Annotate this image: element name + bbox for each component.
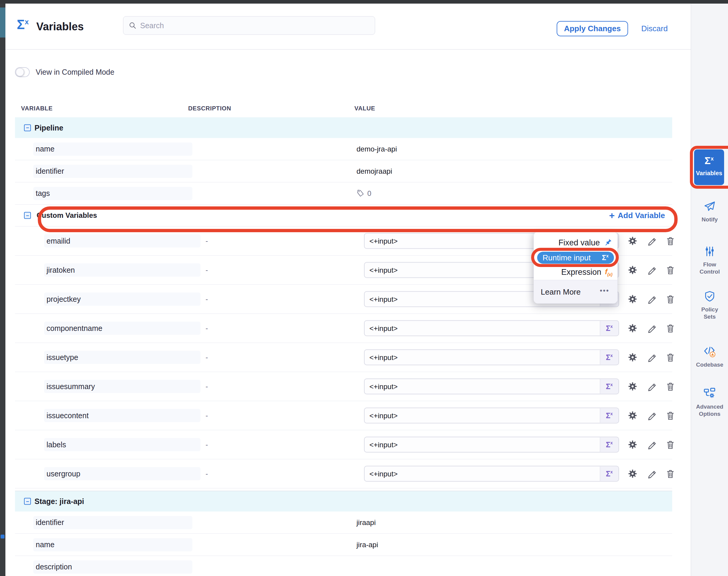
runtime-input-icon: Σx [606,440,613,449]
delete-icon[interactable] [665,381,675,392]
input-type-selector[interactable]: Σx [600,321,618,336]
edit-icon[interactable] [647,294,657,304]
discard-button[interactable]: Discard [641,24,668,33]
add-variable-button[interactable]: + Add Variable [609,210,665,220]
delete-icon[interactable] [665,294,675,304]
runtime-input-icon: Σx [606,469,613,478]
input-type-selector[interactable]: Σx [600,437,618,452]
value-input[interactable]: <+input> Σx [364,349,619,366]
settings-icon[interactable] [627,352,638,363]
sidebar-item-policy-sets[interactable]: PolicySets [691,290,728,320]
settings-icon[interactable] [627,410,638,421]
settings-icon[interactable] [627,469,638,479]
sidebar-item-codebase[interactable]: Codebase [691,345,728,368]
edit-icon[interactable] [647,352,657,363]
sliders-icon [704,246,716,257]
sidebar-item-variables[interactable]: Σx Variables [694,149,724,185]
menu-item-runtime-input[interactable]: Runtime input Σx [537,252,614,264]
apply-changes-button[interactable]: Apply Changes [557,21,628,36]
runtime-input-icon: Σx [606,411,613,420]
edit-icon[interactable] [647,236,657,246]
variable-name: jiratoken [47,266,75,275]
delete-icon[interactable] [665,439,675,450]
settings-icon[interactable] [627,381,638,392]
input-type-selector[interactable]: Σx [600,466,618,481]
pushpin-icon [604,238,613,247]
search-field[interactable] [140,21,369,30]
sidebar-item-label: Variables [694,170,724,177]
variable-name-cell: identifier [33,165,192,178]
value-input[interactable]: <+input> Σx [364,437,619,453]
input-type-selector[interactable]: Σx [600,379,618,394]
edit-icon[interactable] [647,439,657,450]
menu-item-fixed-value[interactable]: Fixed value [558,237,613,249]
delete-icon[interactable] [665,469,675,479]
table-row-issuetype: issuetype - <+input> Σx [15,343,672,372]
value-input[interactable]: <+input> Σx [364,320,619,336]
settings-icon[interactable] [627,294,638,304]
collapse-stage-icon[interactable]: − [24,498,31,505]
section-title: Custom Variables [37,211,97,220]
collapse-custom-variables-icon[interactable]: − [24,212,31,219]
variable-name-cell: emailid [44,234,200,248]
variable-value: jiraapi [357,518,376,527]
settings-icon[interactable] [627,439,638,450]
delete-icon[interactable] [665,265,675,275]
search-input[interactable] [123,16,375,35]
sigma-icon: Σx [602,254,609,262]
sidebar-item-flow-control[interactable]: FlowControl [691,246,728,276]
menu-item-expression[interactable]: Expression f(x) [561,266,613,278]
learn-more-link[interactable]: Learn More [541,287,581,297]
sidebar-item-label: AdvancedOptions [691,403,728,417]
edit-icon[interactable] [647,410,657,421]
window-top-bar [0,0,728,4]
input-type-selector[interactable]: Σx [600,408,618,423]
window-left-edge [0,0,5,576]
value-input[interactable]: <+input> Σx [364,379,619,395]
settings-icon[interactable] [627,323,638,333]
edit-icon[interactable] [647,381,657,392]
input-type-selector[interactable]: Σx [600,350,618,365]
column-header-value: VALUE [355,105,375,112]
variable-name: identifier [36,518,64,527]
variable-name-cell: issuetype [44,351,200,364]
variable-name: issuesummary [47,382,95,391]
table-row-pipeline-tags: tags 0 [15,182,672,205]
delete-icon[interactable] [665,410,675,421]
more-options-icon[interactable]: ••• [600,287,610,295]
variable-description: - [205,440,208,449]
delete-icon[interactable] [665,236,675,246]
settings-icon[interactable] [627,265,638,275]
column-header-description: DESCRIPTION [188,105,231,112]
table-row-usergroup: usergroup - <+input> Σx [15,459,672,488]
edit-icon[interactable] [647,265,657,275]
compiled-mode-toggle[interactable] [15,67,30,77]
sidebar-item-advanced-options[interactable]: AdvancedOptions [691,387,728,417]
shield-check-icon [704,290,716,303]
variable-name: usergroup [47,469,80,478]
variables-sigma-icon: Σx [17,18,29,31]
input-value: <+input> [365,321,600,336]
add-variable-label: Add Variable [618,211,665,220]
delete-icon[interactable] [665,323,675,333]
table-row-pipeline-name: name demo-jra-api [15,138,672,160]
delete-icon[interactable] [665,352,675,363]
edit-icon[interactable] [647,323,657,333]
tags-count: 0 [367,189,371,198]
variable-value: demo-jra-api [357,145,397,153]
input-value: <+input> [365,379,600,394]
variable-description: - [205,411,208,420]
variables-table: − Pipeline name demo-jra-api identifier … [15,117,672,576]
left-edge-glyph [1,535,4,539]
table-row-labels: labels - <+input> Σx [15,430,672,459]
value-input[interactable]: <+input> Σx [364,408,619,424]
table-row-issuecontent: issuecontent - <+input> Σx [15,401,672,430]
variable-description: - [205,237,208,245]
runtime-input-icon: Σx [606,324,613,333]
value-input[interactable]: <+input> Σx [364,466,619,482]
collapse-pipeline-icon[interactable]: − [24,124,31,131]
settings-icon[interactable] [627,236,638,246]
sidebar-item-notify[interactable]: Notify [691,200,728,223]
edit-icon[interactable] [647,469,657,479]
codebase-icon [703,345,716,357]
